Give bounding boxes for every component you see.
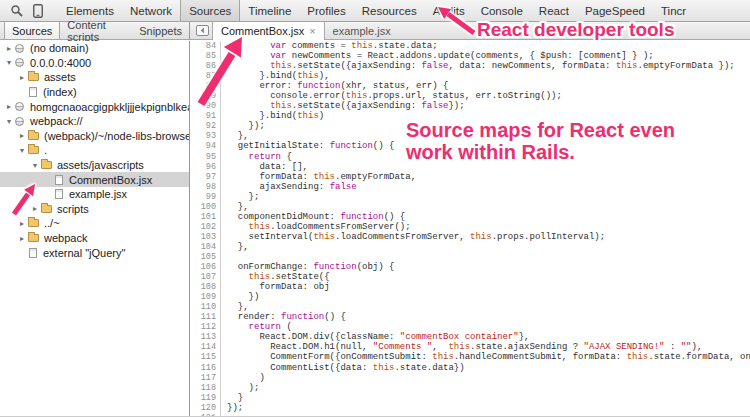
code-line[interactable]: var comments = this.state.data; xyxy=(227,41,750,51)
code-line[interactable]: formData: this.emptyFormData, xyxy=(227,172,750,182)
panel-tab-react[interactable]: React xyxy=(531,0,577,21)
tree-item-webpack[interactable]: ▸webpack xyxy=(0,231,189,246)
editor-tab-bar: CommentBox.jsx×example.jsx xyxy=(190,22,750,40)
code-line[interactable]: ) xyxy=(227,373,750,383)
code-line[interactable]: var newComments = React.addons.update(co… xyxy=(227,51,750,61)
expand-closed-icon[interactable]: ▸ xyxy=(4,44,14,53)
source-editor[interactable]: 8485868788899091929394959697989910010110… xyxy=(191,41,750,416)
code-line[interactable]: getInitialState: function() { xyxy=(227,141,750,151)
tree-item-item[interactable]: ▸../~ xyxy=(0,216,189,231)
code-line[interactable]: render: function() { xyxy=(227,312,750,322)
code-line[interactable]: React.DOM.div({className: "commentBox co… xyxy=(227,332,750,342)
code-line[interactable]: this.setState({ xyxy=(227,272,750,282)
sidebar-tab-content-scripts[interactable]: Content scripts xyxy=(60,22,132,39)
code-line[interactable]: }, xyxy=(227,202,750,212)
expand-open-icon[interactable]: ▾ xyxy=(30,161,40,170)
tree-item-assets[interactable]: ▸assets xyxy=(0,70,189,85)
expand-open-icon[interactable]: ▾ xyxy=(4,58,14,67)
code-line[interactable]: }); xyxy=(227,403,750,413)
line-number: 107 xyxy=(191,272,220,282)
code-line[interactable]: }) xyxy=(227,292,750,302)
line-number: 111 xyxy=(191,312,220,322)
panel-tab-audits[interactable]: Audits xyxy=(425,0,473,21)
tree-item-external-jquery[interactable]: external "jQuery" xyxy=(0,245,189,260)
panel-tab-pagespeed[interactable]: PageSpeed xyxy=(577,0,653,21)
code-line[interactable]: CommentForm({onCommentSubmit: this.handl… xyxy=(227,352,750,362)
code-line[interactable]: }, xyxy=(227,242,750,252)
tree-item-commentbox-jsx[interactable]: CommentBox.jsx xyxy=(0,172,189,187)
code-line[interactable]: }, xyxy=(227,131,750,141)
expand-closed-icon[interactable]: ▸ xyxy=(17,234,27,243)
code-line[interactable]: this.setState({ajaxSending: false, data:… xyxy=(227,61,750,71)
code-line[interactable]: }.bind(this) xyxy=(227,111,750,121)
tree-item-webpack-node-libs-browser-p[interactable]: ▸(webpack)/~/node-libs-browser/~/p xyxy=(0,129,189,144)
expand-closed-icon[interactable]: ▸ xyxy=(17,219,27,228)
line-number: 110 xyxy=(191,302,220,312)
code-line[interactable]: return { xyxy=(227,152,750,162)
code-line[interactable]: data: [], xyxy=(227,162,750,172)
code-line[interactable]: ); xyxy=(227,383,750,393)
code-line[interactable]: setInterval(this.loadCommentsFromServer,… xyxy=(227,232,750,242)
panel-tab-profiles[interactable]: Profiles xyxy=(299,0,353,21)
tree-item-example-jsx[interactable]: example.jsx xyxy=(0,187,189,202)
close-tab-icon[interactable]: × xyxy=(309,26,315,37)
code-line[interactable]: } xyxy=(227,393,750,403)
expand-open-icon[interactable]: ▾ xyxy=(17,146,27,155)
tree-item-scripts[interactable]: ▸scripts xyxy=(0,202,189,217)
tree-item-webpack[interactable]: ▾webpack:// xyxy=(0,114,189,129)
editor-tab-commentbox-jsx[interactable]: CommentBox.jsx× xyxy=(212,22,325,40)
panel-tab-console[interactable]: Console xyxy=(473,0,531,21)
code-content[interactable]: var comments = this.state.data; var newC… xyxy=(221,41,750,416)
panel-tab-resources[interactable]: Resources xyxy=(354,0,425,21)
tree-item-no-domain[interactable]: ▸(no domain) xyxy=(0,41,189,56)
panel-tab-timeline[interactable]: Timeline xyxy=(240,0,299,21)
folder-icon xyxy=(41,205,52,213)
subheader: SourcesContent scriptsSnippets CommentBo… xyxy=(0,22,750,40)
code-line[interactable] xyxy=(227,413,750,416)
device-mode-icon[interactable] xyxy=(28,1,48,21)
line-number: 101 xyxy=(191,212,220,222)
tree-item-item[interactable]: ▾. xyxy=(0,143,189,158)
show-navigator-icon[interactable] xyxy=(193,22,212,39)
code-line[interactable]: }, xyxy=(227,302,750,312)
expand-closed-icon[interactable]: ▸ xyxy=(17,73,27,82)
line-number: 85 xyxy=(191,51,220,61)
panel-tab-tincr[interactable]: Tincr xyxy=(653,0,694,21)
code-line[interactable] xyxy=(227,252,750,262)
line-number: 87 xyxy=(191,71,220,81)
folder-icon xyxy=(28,146,39,154)
code-line[interactable]: }); xyxy=(227,121,750,131)
code-line[interactable]: componentDidMount: function() { xyxy=(227,212,750,222)
expand-closed-icon[interactable]: ▸ xyxy=(17,131,27,140)
tree-item-index[interactable]: (index) xyxy=(0,85,189,100)
tree-item-homgcnaoacgigpkkljjjekpignblkeae[interactable]: ▸homgcnaoacgigpkkljjjekpignblkeae xyxy=(0,99,189,114)
line-number: 93 xyxy=(191,131,220,141)
line-number: 118 xyxy=(191,383,220,393)
code-line[interactable]: this.loadCommentsFromServer(); xyxy=(227,222,750,232)
code-line[interactable]: this.setState({ajaxSending: false}); xyxy=(227,101,750,111)
code-line[interactable]: return ( xyxy=(227,322,750,332)
panel-tab-network[interactable]: Network xyxy=(122,0,180,21)
inspect-element-icon[interactable] xyxy=(6,1,26,21)
sidebar-tab-snippets[interactable]: Snippets xyxy=(132,22,189,39)
tree-item-0-0-0-0-4000[interactable]: ▾0.0.0.0:4000 xyxy=(0,56,189,71)
code-line[interactable]: }; xyxy=(227,192,750,202)
code-line[interactable]: console.error(this.props.url, status, er… xyxy=(227,91,750,101)
code-line[interactable]: onFormChange: function(obj) { xyxy=(227,262,750,272)
expand-closed-icon[interactable]: ▸ xyxy=(30,204,40,213)
tree-item-label: CommentBox.jsx xyxy=(69,174,152,186)
code-line[interactable]: CommentList({data: this.state.data}) xyxy=(227,363,750,373)
code-line[interactable]: formData: obj xyxy=(227,282,750,292)
code-line[interactable]: ajaxSending: false xyxy=(227,182,750,192)
expand-closed-icon[interactable]: ▸ xyxy=(4,102,14,111)
code-line[interactable]: React.DOM.h1(null, "Comments ", this.sta… xyxy=(227,342,750,352)
folder-icon xyxy=(41,161,52,169)
panel-tab-sources[interactable]: Sources xyxy=(180,0,240,21)
code-line[interactable]: }.bind(this), xyxy=(227,71,750,81)
code-line[interactable]: error: function(xhr, status, err) { xyxy=(227,81,750,91)
editor-tab-example-jsx[interactable]: example.jsx xyxy=(325,22,399,39)
tree-item-assets-javascripts[interactable]: ▾assets/javascripts xyxy=(0,158,189,173)
expand-open-icon[interactable]: ▾ xyxy=(4,117,14,126)
sidebar-tab-sources[interactable]: Sources xyxy=(4,22,60,39)
tree-item-label: example.jsx xyxy=(69,188,127,200)
